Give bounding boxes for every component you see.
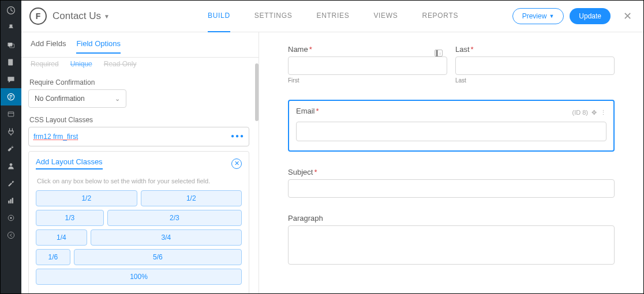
formidable-icon[interactable] xyxy=(1,88,21,105)
flag-required[interactable]: Required xyxy=(31,60,59,68)
field-id-text: (ID 8) xyxy=(572,109,589,116)
field-name-hint: First xyxy=(288,77,447,84)
svg-rect-9 xyxy=(12,198,13,203)
tab-build[interactable]: Build xyxy=(208,1,230,32)
svg-point-6 xyxy=(10,163,13,166)
collapse-icon[interactable] xyxy=(1,227,21,244)
svg-rect-5 xyxy=(8,112,14,116)
layout-option-third[interactable]: 1/3 xyxy=(36,210,104,226)
pages-icon[interactable] xyxy=(1,54,21,71)
top-tabs: Build Settings Entries Views Reports xyxy=(208,1,458,32)
appearance-icon[interactable] xyxy=(1,105,21,123)
svg-point-12 xyxy=(8,232,14,238)
form-title-text: Contact Us xyxy=(53,10,101,22)
dashboard-icon[interactable] xyxy=(1,2,21,19)
tab-views[interactable]: Views xyxy=(373,1,398,32)
layout-card-title: Add Layout Classes xyxy=(36,157,103,169)
field-subject-input[interactable] xyxy=(288,179,615,198)
field-last-hint: Last xyxy=(455,77,615,84)
layout-option-threequarters[interactable]: 3/4 xyxy=(91,229,242,246)
tools-icon[interactable] xyxy=(1,140,21,157)
svg-rect-8 xyxy=(10,199,11,203)
field-name-first-input[interactable] xyxy=(288,56,447,75)
comments-icon[interactable] xyxy=(1,71,21,88)
layout-option-sixth[interactable]: 1/6 xyxy=(36,249,70,265)
layout-option-full[interactable]: 100% xyxy=(36,269,242,285)
more-icon[interactable]: ●●● xyxy=(231,133,245,139)
css-classes-input[interactable] xyxy=(28,127,249,146)
top-bar: F Contact Us ▼ Build Settings Entries Vi… xyxy=(21,1,643,32)
tab-settings[interactable]: Settings xyxy=(254,1,293,32)
field-last-input[interactable] xyxy=(455,56,615,75)
kebab-icon[interactable]: ⋮ xyxy=(600,109,606,116)
update-button[interactable]: Update xyxy=(570,8,611,24)
side-tabs: Add Fields Field Options xyxy=(21,32,259,58)
side-panel: Add Fields Field Options Required Unique… xyxy=(21,32,259,293)
layout-classes-card: Add Layout Classes ✕ Click on any box be… xyxy=(28,151,249,293)
layout-option-fivesixths[interactable]: 5/6 xyxy=(74,249,242,265)
caret-down-icon: ▼ xyxy=(549,13,554,19)
form-canvas: Name * ▌ᵢ First Last * Last Email * (ID … xyxy=(259,32,643,293)
wp-admin-sidebar xyxy=(1,1,21,294)
svg-rect-7 xyxy=(8,201,9,203)
layout-option-half[interactable]: 1/2 xyxy=(36,190,137,206)
field-email-input[interactable] xyxy=(296,122,606,141)
preview-button[interactable]: Preview ▼ xyxy=(512,8,564,24)
caret-down-icon: ▼ xyxy=(104,13,110,20)
flag-readonly[interactable]: Read Only xyxy=(104,60,137,68)
css-classes-label: CSS Layout Classes xyxy=(29,116,249,124)
layout-option-half[interactable]: 1/2 xyxy=(141,190,242,206)
generic-icon[interactable] xyxy=(1,209,21,227)
pin-icon[interactable] xyxy=(1,19,21,36)
field-name-label: Name xyxy=(288,45,308,54)
layout-card-close-icon[interactable]: ✕ xyxy=(231,159,242,169)
svg-rect-3 xyxy=(8,59,13,65)
marketing-icon[interactable] xyxy=(1,192,21,209)
tab-entries[interactable]: Entries xyxy=(316,1,349,32)
require-confirmation-label: Require Confirmation xyxy=(29,78,249,86)
require-confirmation-select[interactable]: No Confirmation xyxy=(28,89,126,108)
field-email-label: Email xyxy=(296,107,315,115)
layout-option-quarter[interactable]: 1/4 xyxy=(36,229,87,246)
layout-option-twothirds[interactable]: 2/3 xyxy=(107,210,242,226)
field-email-selected[interactable]: Email * (ID 8) ✥ ⋮ xyxy=(288,100,615,152)
formidable-logo: F xyxy=(29,7,47,25)
field-paragraph-label: Paragraph xyxy=(288,214,323,223)
media-icon[interactable] xyxy=(1,36,21,54)
users-icon[interactable] xyxy=(1,157,21,175)
plugins-icon[interactable] xyxy=(1,123,21,140)
flag-unique[interactable]: Unique xyxy=(70,60,92,68)
settings-icon[interactable] xyxy=(1,175,21,192)
side-tab-field-options[interactable]: Field Options xyxy=(76,39,121,54)
close-icon[interactable]: ✕ xyxy=(623,10,632,22)
form-title-dropdown[interactable]: Contact Us ▼ xyxy=(53,10,110,22)
tab-reports[interactable]: Reports xyxy=(422,1,459,32)
field-paragraph-input[interactable] xyxy=(288,225,615,265)
field-subject-label: Subject xyxy=(288,168,313,176)
svg-point-11 xyxy=(10,217,12,218)
field-last-label: Last xyxy=(455,45,470,54)
move-icon[interactable]: ✥ xyxy=(591,109,597,116)
side-tab-add-fields[interactable]: Add Fields xyxy=(31,39,66,54)
svg-rect-1 xyxy=(8,43,12,46)
field-flags-row: Required Unique Read Only xyxy=(28,58,249,74)
layout-card-hint: Click on any box below to set the width … xyxy=(37,178,241,184)
